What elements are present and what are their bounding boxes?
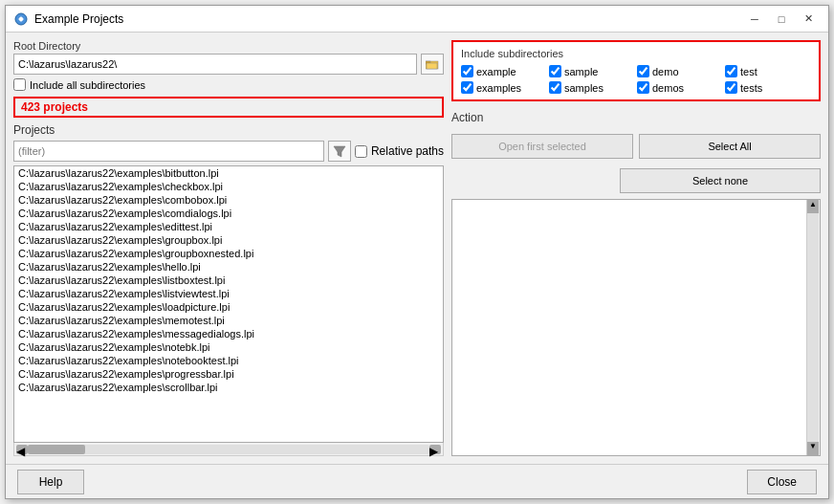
subdirectories-group: Include subdirectories examplesampledemo… (451, 40, 821, 101)
filter-input[interactable] (13, 141, 324, 162)
minimize-button[interactable]: ─ (742, 10, 767, 29)
subdir-label-test: test (740, 66, 757, 77)
subdir-label-example: example (476, 66, 516, 77)
list-item[interactable]: C:\lazarus\lazarus22\examples\loadpictur… (14, 300, 443, 314)
svg-marker-5 (334, 146, 345, 157)
help-button[interactable]: Help (17, 470, 84, 494)
subdirs-title: Include subdirectories (461, 48, 811, 59)
select-none-button[interactable]: Select none (620, 168, 821, 193)
root-directory-group: Root Directory Include all subdirectorie… (13, 40, 444, 91)
list-item[interactable]: C:\lazarus\lazarus22\examples\notebookte… (14, 354, 443, 367)
browse-folder-button[interactable] (421, 54, 444, 75)
projects-count-badge: 423 projects (13, 97, 444, 118)
title-bar: Example Projects ─ □ ✕ (6, 6, 828, 33)
select-all-button[interactable]: Select All (639, 134, 821, 159)
filter-button[interactable] (328, 141, 351, 162)
scroll-thumb[interactable] (28, 445, 85, 454)
projects-label: Projects (13, 123, 444, 137)
subdir-item-demos: demos (637, 81, 723, 94)
subdir-checkbox-demos[interactable] (637, 81, 649, 94)
subdir-item-demo: demo (637, 65, 723, 77)
action-label: Action (451, 111, 821, 124)
scroll-track[interactable] (28, 445, 429, 454)
list-item[interactable]: C:\lazarus\lazarus22\examples\checkbox.l… (14, 180, 443, 193)
list-item[interactable]: C:\lazarus\lazarus22\examples\memotest.l… (14, 314, 443, 327)
subdirs-grid: examplesampledemotestexamplessamplesdemo… (461, 65, 811, 94)
textarea-scrollbar[interactable]: ▲ ▼ (806, 200, 820, 455)
root-directory-row (13, 54, 444, 75)
right-panel: Include subdirectories examplesampledemo… (451, 40, 821, 456)
list-item[interactable]: C:\lazarus\lazarus22\examples\hello.lpi (14, 260, 443, 274)
horizontal-scrollbar[interactable]: ◀ ▶ (13, 443, 444, 456)
include-all-label: Include all subdirectories (30, 79, 145, 91)
subdir-label-sample: sample (564, 66, 598, 77)
svg-rect-4 (427, 63, 437, 69)
scroll-right-btn[interactable]: ▶ (429, 445, 441, 454)
subdir-label-tests: tests (740, 82, 762, 94)
list-item[interactable]: C:\lazarus\lazarus22\examples\groupboxne… (14, 247, 443, 260)
subdir-checkbox-samples[interactable] (549, 81, 561, 94)
subdir-item-example: example (461, 65, 547, 77)
maximize-button[interactable]: □ (769, 10, 794, 29)
subdir-label-demo: demo (652, 66, 679, 77)
close-button[interactable]: Close (747, 470, 817, 494)
subdir-checkbox-test[interactable] (725, 65, 737, 77)
scroll-up-btn[interactable]: ▲ (807, 200, 819, 213)
list-item[interactable]: C:\lazarus\lazarus22\examples\scrollbar.… (14, 381, 443, 394)
scroll-track-v (807, 213, 819, 442)
subdir-checkbox-demo[interactable] (637, 65, 649, 77)
window-controls: ─ □ ✕ (742, 10, 821, 29)
subdir-item-sample: sample (549, 65, 635, 77)
root-directory-label: Root Directory (13, 40, 444, 52)
subdir-label-examples: examples (476, 82, 521, 94)
content-area: Root Directory Include all subdirectorie… (6, 33, 828, 464)
list-item[interactable]: C:\lazarus\lazarus22\examples\bitbutton.… (14, 166, 443, 180)
list-item[interactable]: C:\lazarus\lazarus22\examples\listviewte… (14, 287, 443, 300)
list-item[interactable]: C:\lazarus\lazarus22\examples\notebk.lpi (14, 340, 443, 354)
list-item[interactable]: C:\lazarus\lazarus22\examples\edittest.l… (14, 220, 443, 233)
svg-point-1 (19, 17, 23, 21)
subdir-label-samples: samples (564, 82, 604, 94)
list-item[interactable]: C:\lazarus\lazarus22\examples\listboxtes… (14, 274, 443, 287)
main-window: Example Projects ─ □ ✕ Root Directory (5, 5, 829, 499)
window-icon (13, 11, 29, 27)
projects-list[interactable]: C:\lazarus\lazarus22\examples\bitbutton.… (13, 165, 444, 443)
root-directory-input[interactable] (13, 54, 417, 75)
subdir-item-examples: examples (461, 81, 547, 94)
output-textarea[interactable] (452, 200, 820, 455)
action-buttons-row2: Select none (451, 168, 821, 193)
include-all-checkbox[interactable] (13, 78, 26, 91)
relative-paths-checkbox[interactable] (355, 145, 367, 158)
scroll-down-btn[interactable]: ▼ (807, 442, 819, 455)
subdir-item-test: test (725, 65, 811, 77)
open-first-selected-button[interactable]: Open first selected (451, 134, 633, 159)
left-panel: Root Directory Include all subdirectorie… (13, 40, 444, 456)
subdir-checkbox-examples[interactable] (461, 81, 473, 94)
subdir-label-demos: demos (652, 82, 684, 94)
subdir-checkbox-example[interactable] (461, 65, 473, 77)
list-item[interactable]: C:\lazarus\lazarus22\examples\combobox.l… (14, 193, 443, 207)
window-title: Example Projects (34, 12, 742, 26)
scroll-left-btn[interactable]: ◀ (16, 445, 28, 454)
window-close-button[interactable]: ✕ (796, 10, 821, 29)
footer: Help Close (6, 464, 828, 498)
include-all-row: Include all subdirectories (13, 78, 444, 91)
relative-paths-label: Relative paths (371, 144, 444, 158)
list-item[interactable]: C:\lazarus\lazarus22\examples\messagedia… (14, 327, 443, 340)
subdir-item-tests: tests (725, 81, 811, 94)
subdir-checkbox-tests[interactable] (725, 81, 737, 94)
subdir-checkbox-sample[interactable] (549, 65, 561, 77)
list-item[interactable]: C:\lazarus\lazarus22\examples\progressba… (14, 367, 443, 381)
subdir-item-samples: samples (549, 81, 635, 94)
list-item[interactable]: C:\lazarus\lazarus22\examples\comdialogs… (14, 207, 443, 220)
list-item[interactable]: C:\lazarus\lazarus22\examples\groupbox.l… (14, 233, 443, 247)
action-buttons-row1: Open first selected Select All (451, 134, 821, 159)
filter-row: Relative paths (13, 141, 444, 162)
output-text-area[interactable]: ▲ ▼ (451, 199, 821, 456)
